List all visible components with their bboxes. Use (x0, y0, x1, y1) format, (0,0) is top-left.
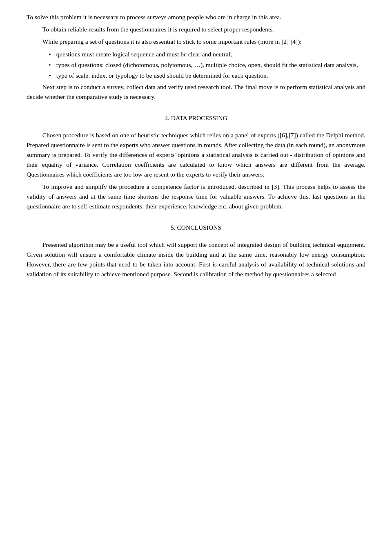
bullet-item-3: type of scale, index, or typology to be … (49, 71, 365, 81)
paragraph-3-intro: While preparing a set of questions it is… (27, 37, 365, 47)
bullet-list: questions must create logical sequence a… (49, 49, 365, 81)
section-4-paragraph-2: To improve and simplify the procedure a … (27, 182, 365, 211)
section-5-paragraph-1: Presented algorithm may be a useful tool… (27, 240, 365, 279)
page: To solve this problem it is necessary to… (0, 0, 392, 535)
section-4-heading: 4. DATA PROCESSING (27, 113, 365, 123)
bullet-item-2: types of questions: closed (dichotomous,… (49, 60, 365, 70)
section-5-heading: 5. CONCLUSIONS (27, 223, 365, 233)
paragraph-1: To solve this problem it is necessary to… (27, 12, 365, 22)
section-4-paragraph-1: Chosen procedure is based on one of heur… (27, 130, 365, 179)
bullet-item-1: questions must create logical sequence a… (49, 49, 365, 59)
paragraph-3-end: Next step is to conduct a survey, collec… (27, 82, 365, 102)
paragraph-2: To obtain reliable results from the ques… (27, 25, 365, 34)
